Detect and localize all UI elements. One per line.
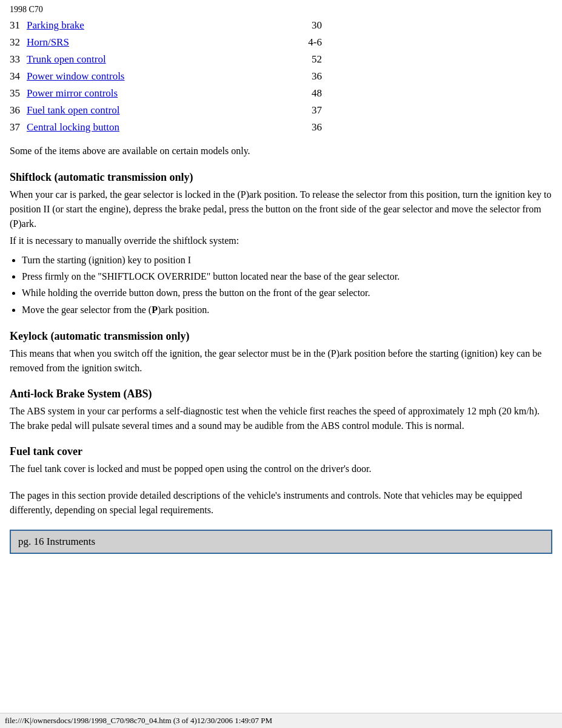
shiftlock-bullet-list: Turn the starting (ignition) key to posi… — [22, 252, 552, 318]
item-link-36[interactable]: Fuel tank open control — [27, 104, 119, 116]
item-page-37: 36 — [312, 121, 552, 133]
item-page-31: 30 — [312, 19, 552, 32]
section-body-shiftlock-1: When your car is parked, the gear select… — [10, 187, 552, 231]
list-item: While holding the override button down, … — [22, 285, 552, 301]
section-heading-abs: Anti-lock Brake System (ABS) — [10, 388, 552, 400]
item-number-36: 36 — [10, 104, 27, 116]
section-body-abs: The ABS system in your car performs a se… — [10, 404, 552, 433]
item-link-32[interactable]: Horn/SRS — [27, 36, 69, 49]
list-item: 35 Power mirror controls 48 — [10, 85, 552, 102]
section-heading-fuel-tank-cover: Fuel tank cover — [10, 445, 552, 458]
status-bar: file:///K|/ownersdocs/1998/1998_C70/98c7… — [0, 713, 562, 728]
list-item: 37 Central locking button 36 — [10, 119, 552, 136]
item-page-33: 52 — [312, 53, 552, 66]
list-item: 34 Power window controls 36 — [10, 68, 552, 85]
item-number-37: 37 — [10, 121, 27, 133]
item-number-31: 31 — [10, 19, 27, 32]
list-item: 33 Trunk open control 52 — [10, 51, 552, 68]
section-heading-keylock: Keylock (automatic transmission only) — [10, 330, 552, 343]
section-keylock: Keylock (automatic transmission only) Th… — [10, 330, 552, 376]
item-page-36: 37 — [312, 104, 552, 116]
item-number-35: 35 — [10, 87, 27, 99]
item-number-33: 33 — [10, 53, 27, 66]
list-item: 36 Fuel tank open control 37 — [10, 102, 552, 119]
status-bar-text: file:///K|/ownersdocs/1998/1998_C70/98c7… — [5, 716, 272, 725]
section-abs: Anti-lock Brake System (ABS) The ABS sys… — [10, 388, 552, 433]
item-link-31[interactable]: Parking brake — [27, 19, 84, 32]
list-item: Turn the starting (ignition) key to posi… — [22, 252, 552, 268]
item-page-34: 36 — [312, 70, 552, 83]
section-fuel-tank-cover: Fuel tank cover The fuel tank cover is l… — [10, 445, 552, 476]
page-title: 1998 C70 — [10, 5, 43, 14]
item-link-35[interactable]: Power mirror controls — [27, 87, 118, 99]
item-number-32: 32 — [10, 36, 27, 49]
item-page-32: 4-6 — [308, 36, 552, 49]
section-body-fuel-tank-cover: The fuel tank cover is locked and must b… — [10, 462, 552, 476]
list-item: Press firmly on the "SHIFTLOCK OVERRIDE"… — [22, 268, 552, 285]
list-item: 31 Parking brake 30 — [10, 17, 552, 34]
item-link-34[interactable]: Power window controls — [27, 70, 124, 83]
list-item: Move the gear selector from the (P)ark p… — [22, 302, 552, 318]
closing-paragraph: The pages in this section provide detail… — [10, 488, 552, 517]
section-body-shiftlock-2: If it is necessary to manually override … — [10, 234, 552, 248]
item-list: 31 Parking brake 30 32 Horn/SRS 4-6 33 T… — [10, 17, 552, 136]
item-number-34: 34 — [10, 70, 27, 83]
section-shiftlock: Shiftlock (automatic transmission only) … — [10, 171, 552, 318]
item-link-33[interactable]: Trunk open control — [27, 53, 106, 66]
page-link-button[interactable]: pg. 16 Instruments — [10, 530, 552, 554]
list-item: 32 Horn/SRS 4-6 — [10, 34, 552, 51]
item-link-37[interactable]: Central locking button — [27, 121, 119, 133]
section-heading-shiftlock: Shiftlock (automatic transmission only) — [10, 171, 552, 184]
note-text: Some of the items above are available on… — [10, 146, 552, 157]
section-body-keylock: This means that when you switch off the … — [10, 346, 552, 376]
item-page-35: 48 — [312, 87, 552, 99]
